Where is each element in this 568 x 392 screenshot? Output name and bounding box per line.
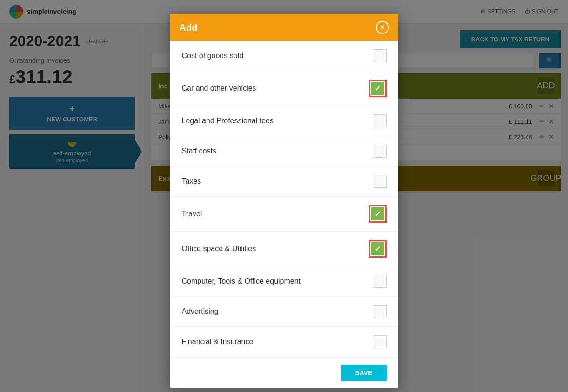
item-label-legal-professional: Legal and Professional fees [182, 117, 274, 125]
checkbox-travel[interactable]: ✓ [369, 205, 387, 223]
checkbox-computer-tools[interactable] [374, 275, 387, 288]
checkbox-car-vehicles[interactable]: ✓ [369, 80, 387, 97]
checkbox-financial-insurance[interactable] [374, 335, 387, 348]
checkmark-travel: ✓ [371, 207, 384, 220]
item-label-taxes: Taxes [182, 177, 201, 186]
list-item: Office space & Utilities ✓ [170, 232, 398, 266]
save-button[interactable]: SAVE [341, 365, 386, 381]
item-label-advertising: Advertising [182, 307, 219, 316]
list-item: Travel ✓ [170, 197, 398, 232]
item-label-car-vehicles: Car and other vehicles [182, 84, 256, 93]
list-item: Cost of goods sold [170, 41, 398, 71]
item-label-financial-insurance: Financial & Insurance [182, 338, 254, 346]
list-item: Staff costs [170, 136, 398, 166]
checkbox-advertising[interactable] [374, 305, 387, 318]
modal-close-button[interactable]: × [376, 21, 389, 34]
modal-body: Cost of goods sold Car and other vehicle… [170, 41, 398, 357]
item-label-office-utilities: Office space & Utilities [182, 245, 256, 253]
modal-title: Add [180, 22, 198, 33]
modal-header: Add × [170, 14, 398, 41]
modal-footer: SAVE [170, 357, 398, 388]
item-label-travel: Travel [182, 210, 202, 218]
list-item: Advertising [170, 297, 398, 327]
checkbox-staff-costs[interactable] [374, 145, 387, 158]
list-item: Financial & Insurance [170, 327, 398, 357]
checkbox-cost-goods-sold[interactable] [374, 49, 387, 62]
list-item: Legal and Professional fees [170, 106, 398, 136]
checkbox-taxes[interactable] [374, 175, 387, 188]
list-item: Taxes [170, 166, 398, 197]
checkbox-office-utilities[interactable]: ✓ [369, 240, 387, 258]
add-modal: Add × Cost of goods sold Car and other v… [170, 14, 398, 388]
checkbox-legal-professional[interactable] [374, 114, 387, 127]
list-item: Computer, Tools & Office equipment [170, 266, 398, 297]
list-item: Car and other vehicles ✓ [170, 71, 398, 106]
modal-overlay: Add × Cost of goods sold Car and other v… [0, 0, 568, 392]
item-label-computer-tools: Computer, Tools & Office equipment [182, 277, 301, 286]
item-label-cost-goods-sold: Cost of goods sold [182, 52, 244, 60]
checkmark-office-utilities: ✓ [371, 242, 384, 255]
checkmark-car-vehicles: ✓ [371, 82, 384, 95]
item-label-staff-costs: Staff costs [182, 147, 216, 155]
